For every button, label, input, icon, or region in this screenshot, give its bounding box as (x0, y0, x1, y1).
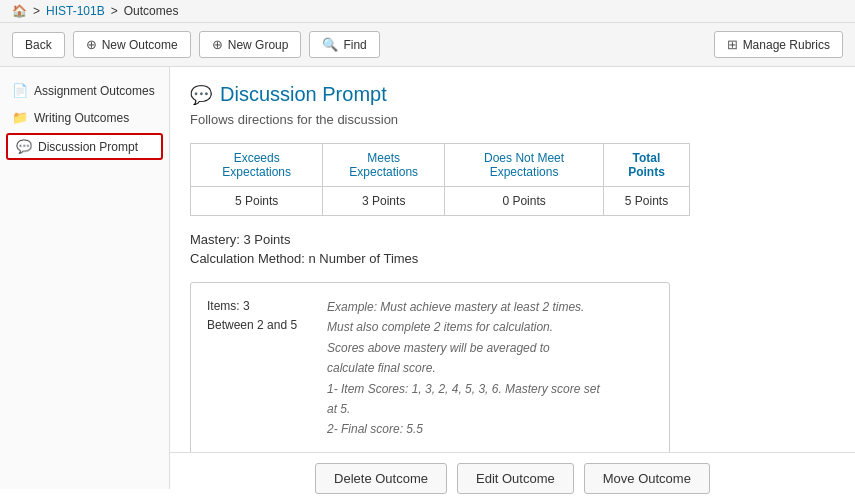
new-group-button[interactable]: ⊕ New Group (199, 31, 302, 58)
manage-rubrics-label: Manage Rubrics (743, 38, 830, 52)
calc-left: Items: 3 Between 2 and 5 (207, 297, 307, 440)
breadcrumb-separator2: > (111, 4, 118, 18)
breadcrumb-section: Outcomes (124, 4, 179, 18)
breadcrumb: 🏠 > HIST-101B > Outcomes (0, 0, 855, 23)
col-does-not-meet: Does Not Meet Expectations (445, 144, 604, 187)
cell-not-meet-pts: 0 Points (445, 187, 604, 216)
assignment-icon: 📄 (12, 83, 28, 98)
cell-exceeds-pts: 5 Points (191, 187, 323, 216)
col-exceeds: Exceeds Expectations (191, 144, 323, 187)
move-outcome-button[interactable]: Move Outcome (584, 463, 710, 494)
outcome-title-row: 💬 Discussion Prompt (190, 83, 835, 106)
plus-icon: ⊕ (86, 37, 97, 52)
rubrics-icon: ⊞ (727, 37, 738, 52)
edit-outcome-button[interactable]: Edit Outcome (457, 463, 574, 494)
mastery-info: Mastery: 3 Points (190, 232, 835, 247)
table-row: 5 Points 3 Points 0 Points 5 Points (191, 187, 690, 216)
calc-method: Calculation Method: n Number of Times (190, 251, 835, 266)
calculation-box: Items: 3 Between 2 and 5 Example: Must a… (190, 282, 670, 455)
sidebar: 📄 Assignment Outcomes 📁 Writing Outcomes… (0, 67, 170, 489)
calc-items: Items: 3 (207, 297, 307, 316)
main-layout: 📄 Assignment Outcomes 📁 Writing Outcomes… (0, 67, 855, 489)
back-button[interactable]: Back (12, 32, 65, 58)
col-total: Total Points (603, 144, 689, 187)
find-button[interactable]: 🔍 Find (309, 31, 379, 58)
calc-range: Between 2 and 5 (207, 316, 307, 335)
outcome-icon: 💬 (190, 84, 212, 106)
breadcrumb-separator: > (33, 4, 40, 18)
manage-rubrics-button[interactable]: ⊞ Manage Rubrics (714, 31, 843, 58)
calc-right: Example: Must achieve mastery at least 2… (327, 297, 600, 440)
rubric-table: Exceeds Expectations Meets Expectations … (190, 143, 690, 216)
breadcrumb-course[interactable]: HIST-101B (46, 4, 105, 18)
outcome-subtitle: Follows directions for the discussion (190, 112, 835, 127)
search-icon: 🔍 (322, 37, 338, 52)
sidebar-discussion-label: Discussion Prompt (38, 140, 138, 154)
toolbar: Back ⊕ New Outcome ⊕ New Group 🔍 Find ⊞ … (0, 23, 855, 67)
sidebar-item-writing-outcomes[interactable]: 📁 Writing Outcomes (0, 104, 169, 131)
home-icon[interactable]: 🏠 (12, 4, 27, 18)
outcome-title: Discussion Prompt (220, 83, 387, 106)
sidebar-assignment-label: Assignment Outcomes (34, 84, 155, 98)
cell-total-pts: 5 Points (603, 187, 689, 216)
sidebar-item-assignment-outcomes[interactable]: 📄 Assignment Outcomes (0, 77, 169, 104)
new-outcome-label: New Outcome (102, 38, 178, 52)
delete-outcome-button[interactable]: Delete Outcome (315, 463, 447, 494)
discussion-icon: 💬 (16, 139, 32, 154)
sidebar-item-discussion-prompt[interactable]: 💬 Discussion Prompt (6, 133, 163, 160)
plus-group-icon: ⊕ (212, 37, 223, 52)
folder-icon: 📁 (12, 110, 28, 125)
col-meets: Meets Expectations (323, 144, 445, 187)
action-buttons: Delete Outcome Edit Outcome Move Outcome (170, 452, 855, 504)
sidebar-writing-label: Writing Outcomes (34, 111, 129, 125)
find-label: Find (343, 38, 366, 52)
new-group-label: New Group (228, 38, 289, 52)
content-area: 💬 Discussion Prompt Follows directions f… (170, 67, 855, 489)
cell-meets-pts: 3 Points (323, 187, 445, 216)
new-outcome-button[interactable]: ⊕ New Outcome (73, 31, 191, 58)
